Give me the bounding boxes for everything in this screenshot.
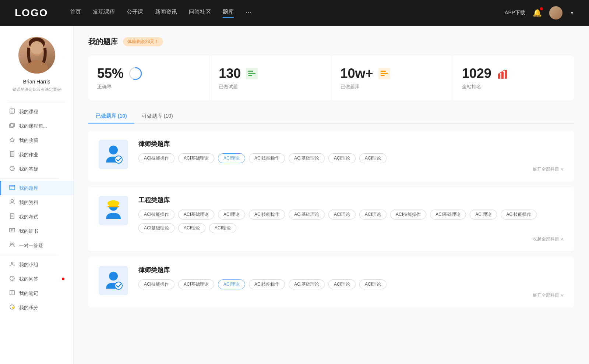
collapse-btn-engineer[interactable]: 收起全部科目 ∧ <box>138 236 564 242</box>
sidebar-item-homework[interactable]: 我的作业 <box>0 147 73 162</box>
sidebar-item-group[interactable]: 我的小组 <box>0 257 73 272</box>
stat-accuracy-label: 正确率 <box>97 83 201 90</box>
stat-done-main: 130 <box>219 66 322 81</box>
tag-2-1[interactable]: ACI基础理论 <box>178 279 214 289</box>
stat-accuracy: 55% 正确率 <box>88 56 210 100</box>
stat-ranking-value: 1029 <box>462 66 491 81</box>
tag-1-7[interactable]: ACI技能操作 <box>390 210 426 220</box>
tab-available-banks[interactable]: 可做题库 (10) <box>134 109 180 123</box>
tag-0-0[interactable]: ACI技能操作 <box>138 153 174 163</box>
tag-1-8[interactable]: ACI基础理论 <box>430 210 466 220</box>
bank-icon-lawyer-2 <box>99 266 128 295</box>
tag-1-5[interactable]: ACI理论 <box>328 210 356 220</box>
sidebar-item-qa[interactable]: ? 我的答疑 <box>0 162 73 176</box>
tag-2-6[interactable]: ACI理论 <box>359 279 387 289</box>
svg-rect-47 <box>501 72 504 79</box>
bank-name-engineer: 工程类题库 <box>138 196 564 204</box>
tag-1-1[interactable]: ACI基础理论 <box>178 210 214 220</box>
navbar: LOGO 首页 发现课程 公开课 新闻资讯 问答社区 题库 ··· APP下载 … <box>0 0 589 26</box>
tag-0-6[interactable]: ACI理论 <box>359 153 387 163</box>
tag-0-3[interactable]: ACI技能操作 <box>249 153 285 163</box>
sidebar-item-notes[interactable]: 我的笔记 <box>0 286 73 300</box>
tag-1-6[interactable]: ACI理论 <box>359 210 387 220</box>
tag-2-5[interactable]: ACI理论 <box>328 279 356 289</box>
group-icon <box>9 261 15 268</box>
sidebar-label-certificate: 我的证书 <box>19 228 64 235</box>
nav-app-download[interactable]: APP下载 <box>505 10 525 16</box>
nav-bell-button[interactable]: 🔔 <box>533 8 542 17</box>
svg-rect-17 <box>10 185 15 190</box>
sidebar-divider-top <box>7 102 66 102</box>
certificate-icon <box>9 228 15 235</box>
svg-point-26 <box>10 243 12 245</box>
nav-discover[interactable]: 发现课程 <box>93 8 115 18</box>
svg-rect-44 <box>381 73 388 74</box>
tag-0-2[interactable]: ACI理论 <box>218 153 245 163</box>
sidebar-label-course-pack: 我的课程包... <box>19 123 64 129</box>
tag-0-5[interactable]: ACI理论 <box>328 153 356 163</box>
sidebar-item-points[interactable]: ⭐ 我的积分 <box>0 300 73 315</box>
tag-2-4[interactable]: ACI基础理论 <box>289 279 325 289</box>
sidebar-label-qa: 我的答疑 <box>19 166 64 172</box>
bank-tags-lawyer-1: ACI技能操作ACI基础理论ACI理论ACI技能操作ACI基础理论ACI理论AC… <box>138 153 564 163</box>
expand-btn-lawyer-1[interactable]: 展开全部科目 ∨ <box>138 166 564 172</box>
accuracy-pie-icon <box>128 66 143 81</box>
points-icon: ⭐ <box>9 304 15 311</box>
avatar-svg <box>22 37 52 74</box>
nav-bank[interactable]: 题库 <box>223 8 234 18</box>
stat-ranking: 1029 全站排名 <box>453 56 574 100</box>
tag-0-4[interactable]: ACI基础理论 <box>289 153 325 163</box>
tag-2-3[interactable]: ACI技能操作 <box>249 279 285 289</box>
tag-1-13[interactable]: ACI理论 <box>209 223 236 233</box>
tag-1-2[interactable]: ACI理论 <box>218 210 245 220</box>
tabs-row: 已做题库 (10) 可做题库 (10) <box>88 109 574 124</box>
nav-avatar[interactable] <box>549 6 562 19</box>
nav-home[interactable]: 首页 <box>70 8 81 18</box>
tag-1-0[interactable]: ACI技能操作 <box>138 210 174 220</box>
nav-news[interactable]: 新闻资讯 <box>155 8 177 18</box>
svg-text:⭐: ⭐ <box>11 306 15 309</box>
sidebar-item-bank[interactable]: 我的题库 <box>0 181 73 195</box>
nav-more[interactable]: ··· <box>246 8 251 18</box>
list-orange-icon <box>378 67 391 80</box>
stat-accuracy-main: 55% <box>97 66 201 81</box>
expand-btn-lawyer-2[interactable]: 展开全部科目 ∨ <box>138 292 564 299</box>
bell-badge <box>540 7 543 10</box>
tag-1-12[interactable]: ACI理论 <box>178 223 205 233</box>
nav-qa[interactable]: 问答社区 <box>189 8 211 18</box>
engineer-icon-svg <box>102 200 124 222</box>
tag-1-3[interactable]: ACI技能操作 <box>249 210 285 220</box>
logo: LOGO <box>15 7 48 19</box>
stat-done-value: 130 <box>219 66 241 81</box>
tag-0-1[interactable]: ACI基础理论 <box>178 153 214 163</box>
bank-icon-lawyer-1 <box>99 140 128 169</box>
tag-1-10[interactable]: ACI技能操作 <box>501 210 537 220</box>
list-green-icon <box>245 67 258 80</box>
sidebar-item-certificate[interactable]: 我的证书 <box>0 224 73 238</box>
user-motto: 错误的决定比没有决定要好 <box>9 87 65 92</box>
sidebar-item-favorites[interactable]: 我的收藏 <box>0 133 73 147</box>
course-pack-icon <box>9 122 15 129</box>
tag-1-9[interactable]: ACI理论 <box>470 210 497 220</box>
stats-row: 55% 正确率 130 <box>88 56 574 100</box>
sidebar-item-my-qa[interactable]: ? 我的问答 <box>0 272 73 286</box>
tag-2-2[interactable]: ACI理论 <box>218 279 245 289</box>
svg-marker-10 <box>10 138 14 142</box>
sidebar-item-profile[interactable]: 我的资料 <box>0 195 73 210</box>
nav-dropdown-arrow[interactable]: ▼ <box>570 10 574 15</box>
sidebar-item-my-courses[interactable]: 我的课程 <box>0 104 73 119</box>
nav-open-course[interactable]: 公开课 <box>127 8 143 18</box>
tag-1-4[interactable]: ACI基础理论 <box>289 210 325 220</box>
bank-name-lawyer-2: 律师类题库 <box>138 266 564 274</box>
bank-name-lawyer-1: 律师类题库 <box>138 140 564 148</box>
tag-1-11[interactable]: ACI基础理论 <box>138 223 174 233</box>
sidebar-item-one-on-one[interactable]: 一对一答疑 <box>0 238 73 253</box>
svg-rect-48 <box>505 70 507 79</box>
tag-2-0[interactable]: ACI技能操作 <box>138 279 174 289</box>
sidebar-item-course-pack[interactable]: 我的课程包... <box>0 119 73 133</box>
sidebar: Brian Harris 错误的决定比没有决定要好 我的课程 我的课程包... <box>0 26 74 364</box>
page-header: 我的题库 体验剩余23天！ <box>88 37 574 47</box>
sidebar-item-exam[interactable]: 我的考试 <box>0 210 73 224</box>
tab-done-banks[interactable]: 已做题库 (10) <box>88 109 134 123</box>
user-avatar <box>18 37 55 74</box>
